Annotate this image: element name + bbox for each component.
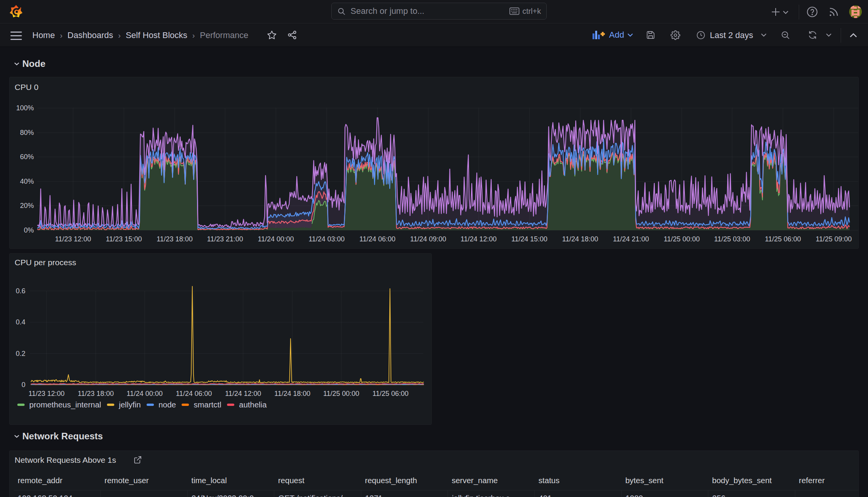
svg-text:11/23 18:00: 11/23 18:00 (157, 235, 193, 243)
svg-text:11/24 00:00: 11/24 00:00 (258, 235, 294, 243)
svg-text:100%: 100% (16, 104, 34, 112)
svg-text:11/24 18:00: 11/24 18:00 (562, 235, 598, 243)
svg-text:80%: 80% (20, 129, 34, 136)
svg-text:11/25 06:00: 11/25 06:00 (372, 390, 409, 397)
svg-text:11/25 00:00: 11/25 00:00 (664, 235, 700, 243)
svg-text:11/24 12:00: 11/24 12:00 (225, 390, 261, 397)
svg-text:0%: 0% (24, 226, 34, 234)
svg-text:11/25 00:00: 11/25 00:00 (323, 390, 359, 397)
svg-text:11/24 21:00: 11/24 21:00 (613, 235, 649, 243)
svg-text:11/23 21:00: 11/23 21:00 (207, 235, 243, 243)
svg-text:0.2: 0.2 (16, 350, 25, 357)
svg-text:11/23 15:00: 11/23 15:00 (106, 235, 142, 243)
svg-text:20%: 20% (20, 202, 34, 209)
svg-text:11/24 12:00: 11/24 12:00 (461, 235, 497, 243)
svg-text:0: 0 (22, 381, 25, 389)
svg-text:11/24 06:00: 11/24 06:00 (359, 235, 396, 243)
svg-text:11/25 03:00: 11/25 03:00 (714, 235, 750, 243)
svg-text:0.6: 0.6 (16, 287, 25, 295)
svg-text:11/23 12:00: 11/23 12:00 (55, 235, 91, 243)
svg-text:11/24 03:00: 11/24 03:00 (309, 235, 345, 243)
svg-text:60%: 60% (20, 153, 34, 161)
svg-text:11/24 15:00: 11/24 15:00 (511, 235, 548, 243)
svg-text:11/25 06:00: 11/25 06:00 (765, 235, 801, 243)
svg-text:0.4: 0.4 (16, 318, 25, 326)
svg-text:11/24 06:00: 11/24 06:00 (176, 390, 212, 397)
svg-text:40%: 40% (20, 178, 34, 185)
svg-text:11/24 09:00: 11/24 09:00 (410, 235, 446, 243)
svg-text:11/24 18:00: 11/24 18:00 (274, 390, 310, 397)
svg-text:11/25 09:00: 11/25 09:00 (816, 235, 852, 243)
svg-text:11/23 12:00: 11/23 12:00 (28, 390, 65, 397)
svg-text:11/23 18:00: 11/23 18:00 (78, 390, 114, 397)
svg-text:11/24 00:00: 11/24 00:00 (127, 390, 163, 397)
